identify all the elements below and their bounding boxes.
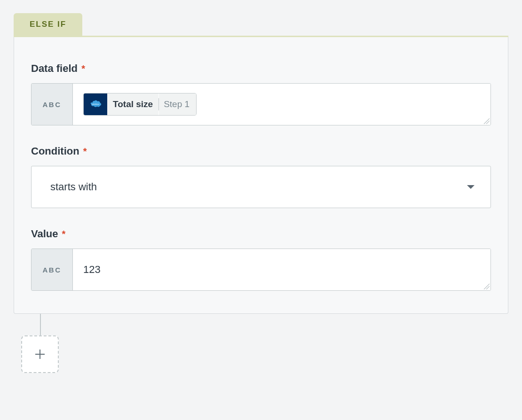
data-field-body[interactable]: salesforce Total size Step 1 (73, 84, 490, 125)
condition-group: Condition * starts with (31, 145, 491, 208)
svg-line-1 (484, 118, 490, 124)
value-input[interactable]: ABC 123 (31, 249, 491, 291)
svg-line-4 (486, 286, 490, 289)
value-label: Value * (31, 228, 491, 240)
type-indicator-abc: ABC (32, 84, 73, 125)
data-field-label: Data field * (31, 62, 491, 75)
condition-panel: Data field * ABC salesforce Total size (14, 37, 508, 314)
value-group: Value * ABC 123 (31, 228, 491, 291)
resize-handle-icon (482, 117, 490, 124)
type-indicator-abc: ABC (32, 249, 73, 290)
condition-label: Condition * (31, 145, 491, 157)
value-body[interactable]: 123 (73, 249, 490, 290)
value-label-text: Value (31, 228, 58, 240)
condition-label-text: Condition (31, 145, 79, 157)
salesforce-icon: salesforce (84, 93, 107, 115)
data-field-input[interactable]: ABC salesforce Total size Step 1 (31, 83, 491, 125)
svg-line-2 (486, 121, 490, 124)
plus-icon (33, 348, 47, 361)
add-step-button[interactable] (21, 335, 59, 373)
data-pill[interactable]: salesforce Total size Step 1 (83, 93, 197, 116)
data-field-label-text: Data field (31, 62, 78, 74)
condition-value: starts with (50, 181, 97, 193)
resize-handle-icon (482, 282, 490, 289)
caret-down-icon (467, 185, 475, 189)
connector-line (40, 314, 41, 335)
data-field-group: Data field * ABC salesforce Total size (31, 62, 491, 125)
tab-label: ELSE IF (30, 20, 66, 29)
tab-else-if[interactable]: ELSE IF (14, 13, 82, 36)
svg-text:salesforce: salesforce (92, 103, 99, 105)
required-asterisk: * (62, 229, 66, 239)
condition-select[interactable]: starts with (31, 166, 491, 208)
pill-step: Step 1 (159, 93, 196, 115)
svg-line-3 (484, 284, 490, 289)
pill-field-name: Total size (107, 93, 158, 115)
else-if-block: ELSE IF Data field * ABC salesforce (14, 13, 508, 373)
required-asterisk: * (81, 63, 85, 74)
value-text: 123 (83, 264, 101, 276)
required-asterisk: * (83, 146, 87, 156)
